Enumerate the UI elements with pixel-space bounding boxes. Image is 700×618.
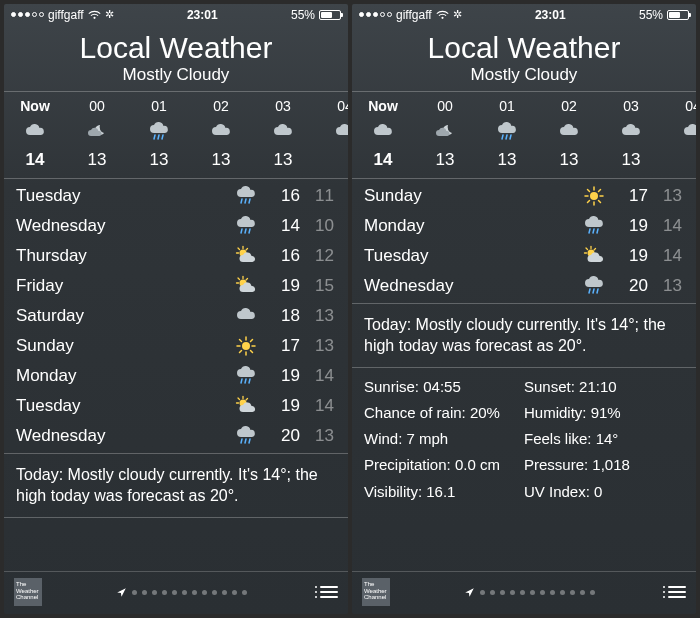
weather-screen-right: giffgaff ✲ 23:01 55% Local Weather Mostl… — [352, 4, 696, 614]
battery-pct: 55% — [291, 8, 315, 22]
day-low: 14 — [300, 396, 334, 416]
day-high: 16 — [266, 246, 300, 266]
day-name: Sunday — [16, 336, 226, 356]
hourly-cell: 04 — [314, 98, 348, 170]
daily-forecast[interactable]: Tuesday 16 11 Wednesday 14 10 Thursday 1… — [4, 179, 348, 453]
hour-label: 04 — [314, 98, 348, 114]
detail-right: Sunset: 21:10 — [524, 374, 684, 400]
cloud-icon — [620, 121, 642, 143]
daily-row: Friday 19 15 — [4, 271, 348, 301]
status-bar: giffgaff ✲ 23:01 55% — [4, 4, 348, 24]
cloud-icon — [210, 121, 232, 143]
day-high: 14 — [266, 216, 300, 236]
day-low: 15 — [300, 276, 334, 296]
hourly-forecast[interactable]: Now 14 00 13 01 13 02 13 03 13 04 — [4, 92, 348, 178]
daily-row: Wednesday 14 10 — [4, 211, 348, 241]
clock: 23:01 — [535, 8, 566, 22]
day-low: 10 — [300, 216, 334, 236]
city-list-button[interactable] — [668, 586, 686, 598]
detail-right: Feels like: 14° — [524, 426, 684, 452]
partly-sun-icon — [583, 245, 605, 267]
daily-row: Thursday 16 12 — [4, 241, 348, 271]
hourly-cell: 02 13 — [190, 98, 252, 170]
partly-sun-icon — [235, 245, 257, 267]
hour-temp: 13 — [476, 150, 538, 170]
hourly-forecast[interactable]: Now 14 00 13 01 13 02 13 03 13 04 — [352, 92, 696, 178]
detail-left: Visibility: 16.1 — [364, 479, 524, 505]
weather-channel-logo[interactable]: TheWeatherChannel — [14, 578, 42, 606]
detail-right: Humidity: 91% — [524, 400, 684, 426]
cloud-icon — [235, 305, 257, 327]
hour-temp: 14 — [4, 150, 66, 170]
day-low: 14 — [648, 246, 682, 266]
daily-row: Sunday 17 13 — [352, 181, 696, 211]
today-summary: Today: Mostly cloudy currently. It's 14°… — [352, 304, 696, 367]
weather-details: Sunrise: 04:55 Sunset: 21:10 Chance of r… — [352, 368, 696, 513]
signal-dots-icon — [11, 12, 44, 17]
day-high: 18 — [266, 306, 300, 326]
hour-temp: 14 — [352, 150, 414, 170]
partly-sun-icon — [235, 395, 257, 417]
hourly-cell: 02 13 — [538, 98, 600, 170]
hour-label: 00 — [414, 98, 476, 114]
day-name: Monday — [364, 216, 574, 236]
sun-icon — [235, 335, 257, 357]
day-high: 20 — [614, 276, 648, 296]
daily-row: Tuesday 16 11 — [4, 181, 348, 211]
day-low: 13 — [648, 276, 682, 296]
page-title: Local Weather — [352, 32, 696, 64]
day-high: 17 — [266, 336, 300, 356]
partly-sun-icon — [235, 275, 257, 297]
detail-row: Chance of rain: 20% Humidity: 91% — [364, 400, 684, 426]
daily-forecast[interactable]: Sunday 17 13 Monday 19 14 Tuesday 19 14 … — [352, 179, 696, 303]
detail-left: Precipitation: 0.0 cm — [364, 452, 524, 478]
battery-icon — [319, 10, 341, 20]
hourly-cell: 01 13 — [476, 98, 538, 170]
hour-label: 00 — [66, 98, 128, 114]
day-name: Friday — [16, 276, 226, 296]
detail-right: Pressure: 1,018 — [524, 452, 684, 478]
daily-row: Tuesday 19 14 — [4, 391, 348, 421]
day-high: 17 — [614, 186, 648, 206]
hourly-cell: Now 14 — [4, 98, 66, 170]
day-low: 14 — [300, 366, 334, 386]
cloud-icon — [272, 121, 294, 143]
day-name: Sunday — [364, 186, 574, 206]
loading-icon: ✲ — [105, 8, 114, 21]
hour-temp: 13 — [414, 150, 476, 170]
daily-row: Monday 19 14 — [352, 211, 696, 241]
status-bar: giffgaff ✲ 23:01 55% — [352, 4, 696, 24]
day-low: 11 — [300, 186, 334, 206]
detail-row: Precipitation: 0.0 cm Pressure: 1,018 — [364, 452, 684, 478]
page-title: Local Weather — [4, 32, 348, 64]
day-name: Tuesday — [16, 396, 226, 416]
page-indicator[interactable] — [464, 587, 595, 598]
detail-left: Sunrise: 04:55 — [364, 374, 524, 400]
hourly-cell: 00 13 — [66, 98, 128, 170]
page-indicator[interactable] — [116, 587, 247, 598]
day-high: 19 — [266, 276, 300, 296]
cloud-icon — [24, 121, 46, 143]
wifi-icon — [88, 10, 101, 20]
weather-channel-logo[interactable]: TheWeatherChannel — [362, 578, 390, 606]
cloud-icon — [372, 121, 394, 143]
detail-row: Sunrise: 04:55 Sunset: 21:10 — [364, 374, 684, 400]
rain-icon — [583, 215, 605, 237]
day-low: 13 — [300, 426, 334, 446]
daily-row: Sunday 17 13 — [4, 331, 348, 361]
rain-icon — [496, 121, 518, 143]
daily-row: Monday 19 14 — [4, 361, 348, 391]
rain-icon — [583, 275, 605, 297]
detail-left: Chance of rain: 20% — [364, 400, 524, 426]
day-high: 19 — [614, 216, 648, 236]
city-list-button[interactable] — [320, 586, 338, 598]
weather-screen-left: giffgaff ✲ 23:01 55% Local Weather Mostl… — [4, 4, 348, 614]
daily-row: Wednesday 20 13 — [4, 421, 348, 451]
day-name: Wednesday — [364, 276, 574, 296]
hour-label: Now — [4, 98, 66, 114]
carrier-name: giffgaff — [48, 8, 84, 22]
day-high: 20 — [266, 426, 300, 446]
day-high: 16 — [266, 186, 300, 206]
cloud-icon — [334, 121, 348, 143]
hour-temp: 13 — [190, 150, 252, 170]
